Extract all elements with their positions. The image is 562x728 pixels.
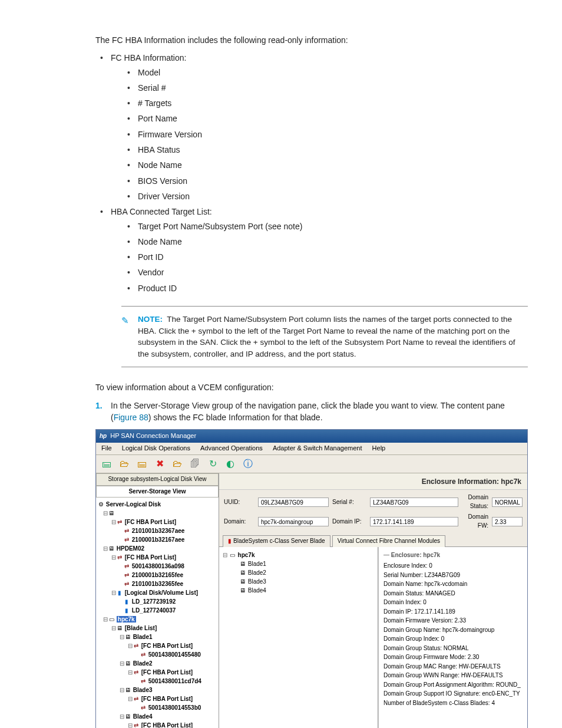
tree-item[interactable]: LD_1277239192	[132, 598, 176, 605]
divider	[121, 306, 528, 307]
tree-item[interactable]: Blade2	[248, 569, 266, 576]
tree-item[interactable]: Blade2	[133, 660, 153, 667]
list-item: Node Name	[111, 159, 528, 171]
tree-item[interactable]: Blade1	[248, 561, 266, 567]
sublist-1: Model Serial # # Targets Port Name Firmw…	[111, 67, 528, 203]
tree-item[interactable]: 2100001b32167aee	[132, 536, 185, 543]
tree-root[interactable]: hpc7k	[238, 552, 255, 558]
tree-item[interactable]: Blade4	[248, 587, 266, 594]
uuid-label: UUID:	[224, 498, 254, 507]
detail-row: Domain Firmware Version: 2.33	[384, 616, 523, 625]
tree-item[interactable]: 500143800136a098	[132, 563, 184, 569]
detail-row: Domain Group Support IO Signature: enc0-…	[384, 689, 523, 699]
tab-virtual-connect[interactable]: Virtual Connect Fibre Channel Modules	[332, 535, 445, 547]
view-tab-server[interactable]: Server-Storage View	[96, 486, 219, 498]
tool-icon[interactable]: 🖴	[135, 457, 149, 471]
tree-item-selected[interactable]: hpc7k	[117, 616, 136, 622]
tree-item[interactable]: [FC HBA Port List]	[141, 722, 193, 728]
tree-item[interactable]: [Blade List]	[125, 625, 157, 631]
serial-label: Serial #:	[332, 498, 366, 507]
detail-row: Domain IP: 172.17.141.189	[384, 607, 523, 617]
detail-row: Domain Name: hpc7k-vcdomain	[384, 579, 523, 589]
paragraph: To view information about a VCEM configu…	[95, 381, 528, 393]
tool-icon[interactable]: ◐	[223, 457, 237, 471]
detail-row: Number of BladeSystem c-Class Blades: 4	[384, 699, 523, 708]
list-item: Driver Version	[111, 190, 528, 202]
step-text: In the Server-Storage View group of the …	[111, 400, 528, 424]
detail-row: Domain Index: 0	[384, 598, 523, 607]
detail-row: Domain Group Firmware Mode: 2.30	[384, 653, 523, 662]
menu-logical-disk[interactable]: Logical Disk Operations	[118, 444, 194, 452]
tree-item[interactable]: LD_1277240037	[132, 607, 176, 614]
refresh-icon[interactable]: ↻	[206, 457, 220, 471]
list-item: Port ID	[111, 251, 528, 263]
tree-root[interactable]: Server-Logical Disk	[106, 501, 161, 508]
blade-icon: ▮	[228, 538, 232, 544]
list-item: Serial #	[111, 82, 528, 94]
delete-icon[interactable]: ✖	[153, 457, 167, 471]
domain-fw-value: 2.33	[492, 517, 523, 526]
content-pane: Enclosure Information: hpc7k UUID: 09LZ3…	[219, 473, 527, 728]
step-1: 1. In the Server-Storage View group of t…	[95, 400, 528, 424]
disk-icon[interactable]: 🖴	[100, 457, 114, 471]
note-label: NOTE:	[138, 315, 163, 324]
tree-item[interactable]: Blade3	[133, 687, 153, 693]
info-icon[interactable]: ⓘ	[241, 457, 255, 471]
nav-tree[interactable]: ⚙ Server-Logical Disk ⊟🖥 ⊟⇄ [FC HBA Port…	[96, 498, 219, 728]
list-item: Node Name	[111, 236, 528, 248]
tree-item[interactable]: 5001438001455480	[148, 651, 201, 658]
tree-item[interactable]: 50014380014553b0	[148, 704, 201, 711]
tree-item[interactable]: [Logical Disk/Volume List]	[125, 589, 198, 596]
list-item: BIOS Version	[111, 175, 528, 187]
tree-item[interactable]: 50014380011cd7d4	[148, 678, 201, 684]
tool-icon[interactable]: 🗁	[170, 457, 184, 471]
list-item: Vendor	[111, 266, 528, 278]
detail-row: Domain Group MAC Range: HW-DEFAULTS	[384, 662, 523, 671]
tree-item[interactable]: [FC HBA Port List]	[141, 669, 193, 676]
intro-text: The FC HBA Information includes the foll…	[95, 34, 528, 46]
domain-status-label: Domain Status:	[462, 493, 488, 510]
info-grid: UUID: 09LZ34AB7G09 Serial #: LZ34AB7G09 …	[219, 490, 527, 533]
sublist-2: Target Port Name/Subsystem Port (see not…	[111, 220, 528, 294]
blade-tree[interactable]: ⊟ ▭ hpc7k 🖥 Blade1 🖥 Blade2 🖥 Blade3 🖥 B…	[219, 547, 378, 728]
serial-value: LZ34AB7G09	[370, 498, 458, 507]
tool-icon[interactable]: 🗐	[188, 457, 202, 471]
note-icon: ✎	[121, 314, 132, 325]
menu-advanced[interactable]: Advanced Operations	[196, 444, 267, 452]
view-tab-storage[interactable]: Storage subsystem-Logical Disk View	[96, 473, 219, 486]
tree-item[interactable]: [FC HBA Port List]	[141, 696, 193, 702]
detail-row: Enclosure Index: 0	[384, 561, 523, 571]
uuid-value: 09LZ34AB7G09	[258, 498, 329, 507]
domain-ip-label: Domain IP:	[332, 518, 366, 526]
figure-reference[interactable]: Figure 88	[114, 413, 148, 422]
menu-file[interactable]: File	[97, 444, 116, 452]
tree-item[interactable]: Blade1	[133, 634, 153, 640]
tab-blade-system[interactable]: ▮BladeSystem c-Class Server Blade	[223, 535, 330, 547]
tool-icon[interactable]: 🗁	[117, 457, 131, 471]
tree-item[interactable]: 2101001b32365fee	[132, 581, 183, 587]
detail-header: Enclosure: hpc7k	[384, 551, 523, 560]
tree-item[interactable]: [FC HBA Port List]	[125, 554, 176, 561]
detail-row: Domain Group Status: NORMAL	[384, 644, 523, 653]
navigation-pane: Storage subsystem-Logical Disk View Serv…	[96, 473, 219, 728]
domain-label: Domain:	[224, 518, 254, 526]
menu-adapter-switch[interactable]: Adapter & Switch Management	[269, 444, 366, 452]
tree-item[interactable]: HPDEM02	[117, 545, 144, 552]
divider	[121, 367, 528, 367]
domain-value: hpc7k-domaingroup	[258, 517, 329, 526]
app-window: hp HP SAN Connection Manager File Logica…	[95, 429, 528, 728]
content-tabs: ▮BladeSystem c-Class Server Blade Virtua…	[219, 533, 527, 546]
detail-row: Domain Status: MANAGED	[384, 589, 523, 598]
tree-item[interactable]: Blade3	[248, 578, 266, 585]
tree-item[interactable]: Blade4	[133, 713, 153, 720]
detail-row: Domain Group Index: 0	[384, 634, 523, 644]
menu-help[interactable]: Help	[368, 444, 390, 452]
tree-item[interactable]: [FC HBA Port List]	[141, 643, 193, 649]
tree-item[interactable]: 2100001b32165fee	[132, 572, 183, 578]
detail-row: Serial Number: LZ34AB7G09	[384, 571, 523, 580]
tree-item[interactable]: 2101001b32367aee	[132, 528, 185, 534]
list2-label: HBA Connected Target List:	[111, 207, 212, 216]
tree-item[interactable]: [FC HBA Port List]	[125, 519, 176, 525]
content-header: Enclosure Information: hpc7k	[219, 473, 527, 490]
note-block: ✎ NOTE: The Target Port Name/Subsystem P…	[121, 306, 528, 367]
